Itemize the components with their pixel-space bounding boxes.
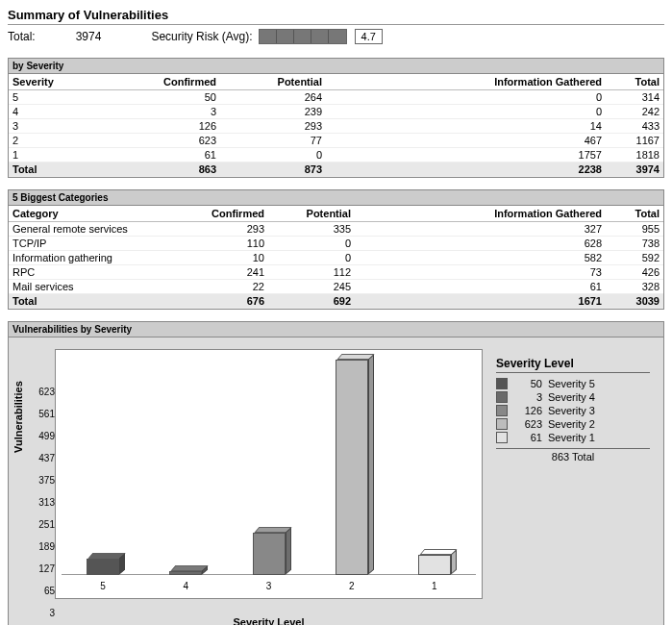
total-value: 3974 <box>76 30 102 43</box>
xtick: 1 <box>432 581 437 591</box>
col-info: Information Gathered <box>355 206 606 222</box>
col-info: Information Gathered <box>326 74 606 90</box>
xtick: 4 <box>184 581 189 591</box>
table-row: General remote services293335327955 <box>9 222 663 237</box>
xtick: 3 <box>266 581 272 591</box>
table-row: Information gathering100582592 <box>9 251 663 265</box>
legend-item: 623Severity 2 <box>496 417 650 431</box>
legend-item: 126Severity 3 <box>496 404 650 417</box>
legend-title: Severity Level <box>496 357 650 373</box>
table-row: TCP/IP1100628738 <box>9 237 663 251</box>
risk-bar <box>259 29 347 44</box>
xtick: 5 <box>100 581 106 591</box>
category-section: 5 Biggest Categories Category Confirmed … <box>8 189 664 310</box>
ytick: 375 <box>38 475 55 486</box>
chart-header: Vulnerabilities by Severity <box>9 322 663 338</box>
ytick: 561 <box>38 409 55 419</box>
risk-label: Security Risk (Avg): <box>151 30 252 43</box>
col-confirmed: Confirmed <box>114 74 220 90</box>
category-header: 5 Biggest Categories <box>9 190 663 206</box>
chart-xlabel: Severity Level <box>55 616 483 625</box>
col-total: Total <box>606 206 663 222</box>
page-title: Summary of Vulnerabilities <box>8 8 664 25</box>
xtick: 2 <box>349 581 355 591</box>
ytick: 3 <box>49 608 55 618</box>
chart-section: Vulnerabilities by Severity Vulnerabilit… <box>8 321 664 625</box>
col-potential: Potential <box>220 74 326 90</box>
chart-body: Vulnerabilities 623561499437375313251189… <box>9 338 663 625</box>
severity-table: Severity Confirmed Potential Information… <box>9 74 663 177</box>
table-total-row: Total86387322383974 <box>9 162 663 177</box>
chart-yticks: 623561499437375313251189127653 <box>30 349 57 612</box>
summary-row: Total: 3974 Security Risk (Avg): 4.7 <box>8 29 664 44</box>
risk-value: 4.7 <box>355 29 383 44</box>
ytick: 65 <box>44 586 55 596</box>
chart-plot-area: 54321 <box>55 349 483 599</box>
ytick: 189 <box>38 541 55 552</box>
chart-bar <box>253 533 286 575</box>
col-category: Category <box>9 206 182 222</box>
chart-bar <box>418 555 451 575</box>
col-severity: Severity <box>9 74 114 90</box>
ytick: 251 <box>38 519 55 530</box>
table-row: 161017571818 <box>9 148 663 162</box>
table-row: 312629314433 <box>9 119 663 134</box>
col-total: Total <box>606 74 663 90</box>
chart-xticks: 54321 <box>62 581 476 594</box>
chart-bar <box>87 559 119 575</box>
severity-section: by Severity Severity Confirmed Potential… <box>8 58 664 178</box>
ytick: 623 <box>38 387 55 397</box>
category-table: Category Confirmed Potential Information… <box>9 206 663 309</box>
severity-header: by Severity <box>9 59 663 74</box>
col-potential: Potential <box>268 206 355 222</box>
ytick: 499 <box>38 431 55 441</box>
legend-total: 863 Total <box>496 448 650 462</box>
chart-bar <box>169 571 202 575</box>
table-row: Mail services2224561328 <box>9 280 663 294</box>
table-row: RPC24111273426 <box>9 265 663 280</box>
total-label: Total: <box>8 30 36 43</box>
legend-item: 50Severity 5 <box>496 377 650 390</box>
chart-ylabel: Vulnerabilities <box>12 381 24 453</box>
col-confirmed: Confirmed <box>182 206 268 222</box>
table-row: 5502640314 <box>9 90 663 105</box>
table-row: 2623774671167 <box>9 134 663 148</box>
table-row: 432390242 <box>9 105 663 119</box>
chart-legend: Severity Level 50Severity 53Severity 412… <box>496 357 650 462</box>
ytick: 127 <box>38 563 55 574</box>
legend-item: 3Severity 4 <box>496 390 650 404</box>
ytick: 437 <box>38 453 55 463</box>
ytick: 313 <box>38 497 55 508</box>
legend-item: 61Severity 1 <box>496 431 650 444</box>
chart-bar <box>336 360 368 575</box>
table-total-row: Total67669216713039 <box>9 294 663 309</box>
